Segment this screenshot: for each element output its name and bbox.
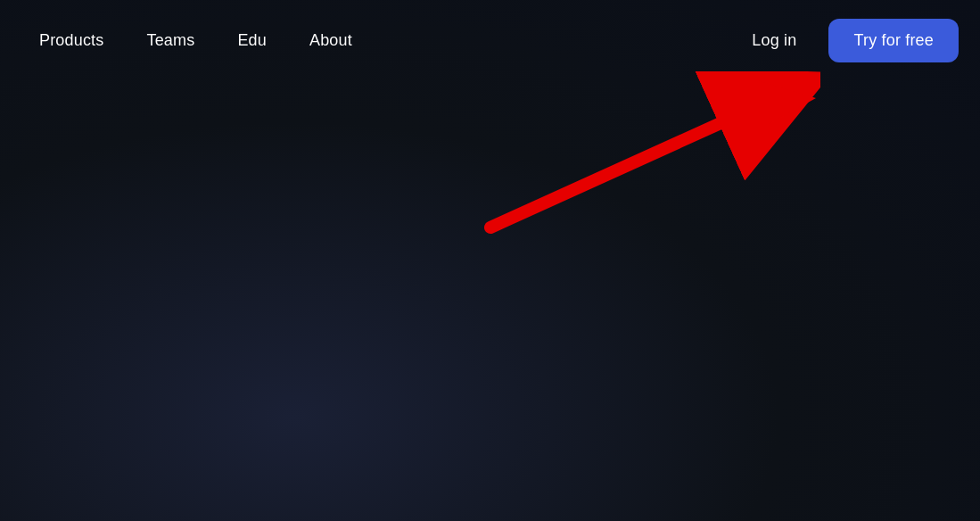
- svg-line-1: [490, 98, 776, 227]
- navbar: Products Teams Edu About Log in Try for …: [0, 0, 980, 80]
- nav-item-about[interactable]: About: [292, 22, 370, 59]
- nav-left: Products Teams Edu About: [21, 22, 370, 59]
- login-button[interactable]: Log in: [734, 22, 814, 59]
- svg-marker-2: [758, 80, 816, 125]
- try-for-free-button[interactable]: Try for free: [828, 19, 959, 62]
- annotation-arrow: [482, 71, 820, 250]
- nav-item-products[interactable]: Products: [21, 22, 121, 59]
- nav-right: Log in Try for free: [734, 19, 959, 62]
- nav-item-edu[interactable]: Edu: [219, 22, 284, 59]
- nav-item-teams[interactable]: Teams: [128, 22, 212, 59]
